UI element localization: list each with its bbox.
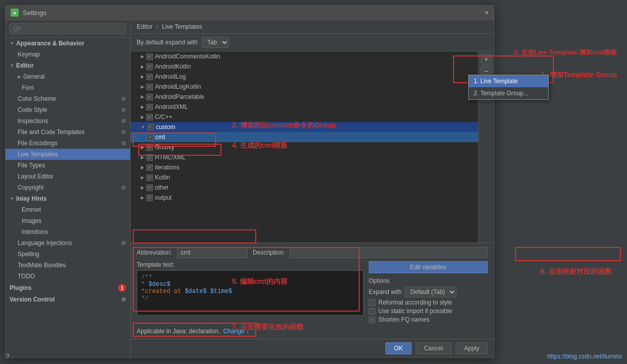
option-shorten-row: Shorten FQ names — [369, 316, 488, 323]
expand-with-label: Expand with — [369, 288, 402, 295]
add-button[interactable]: + — [481, 53, 492, 65]
tree-item[interactable]: ▶ AndroidXML — [131, 102, 478, 112]
collapse-icon: ▶ — [141, 195, 144, 200]
tree-item[interactable]: ▶ iterations — [131, 162, 478, 172]
checkbox[interactable] — [147, 134, 153, 141]
sidebar-item-inlay-hints[interactable]: ▼ Inlay Hints — [6, 193, 130, 204]
applicable-text: Applicable in Java: declaration. — [137, 328, 220, 335]
cancel-button[interactable]: Cancel — [416, 342, 451, 354]
checkbox[interactable] — [146, 74, 153, 80]
settings-dialog: ▲ Settings × ▼ Appearance & Behavior Key… — [5, 5, 494, 358]
sidebar-item-code-style[interactable]: Code Style ⚙ — [6, 104, 130, 115]
close-button[interactable]: × — [485, 9, 489, 17]
tree-item[interactable]: ▶ AndroidParcelable — [131, 92, 478, 102]
sidebar-item-copyright[interactable]: Copyright ⚙ — [6, 182, 130, 193]
tree-item-custom[interactable]: ▼ custom — [131, 122, 478, 132]
sidebar-item-file-encodings[interactable]: File Encodings ⚙ — [6, 138, 130, 149]
expand-icon: ▼ — [10, 196, 14, 201]
expand-with-row: Expand with Default (Tab) — [369, 286, 488, 297]
breadcrumb: Editor › Live Templates — [131, 20, 494, 34]
sidebar-item-intentions[interactable]: Intentions — [6, 226, 130, 237]
sidebar-item-appearance[interactable]: ▼ Appearance & Behavior — [6, 38, 130, 49]
tree-item[interactable]: ▶ AndroidCommentsKotlin — [131, 51, 478, 62]
checkbox[interactable] — [146, 195, 153, 201]
sidebar-item-label: Appearance & Behavior — [16, 40, 84, 47]
static-import-checkbox[interactable] — [369, 308, 375, 315]
sidebar-item-plugins[interactable]: Plugins 1 — [6, 282, 130, 294]
edit-variables-button[interactable]: Edit variables — [369, 261, 488, 273]
sidebar-item-live-templates[interactable]: Live Templates — [6, 149, 130, 160]
sidebar-item-images[interactable]: Images — [6, 215, 130, 226]
tree-item-label: other — [155, 184, 168, 191]
tree-item[interactable]: ▶ Kotlin — [131, 172, 478, 183]
sidebar-item-keymap[interactable]: Keymap — [6, 49, 130, 60]
template-text-box[interactable]: /** * $desc$ *created at $date$ $time$ *… — [137, 270, 364, 316]
tree-item-label: custom — [156, 124, 176, 131]
sidebar-item-spelling[interactable]: Spelling — [6, 249, 130, 260]
help-icon[interactable]: ? — [6, 353, 10, 360]
checkbox[interactable] — [146, 94, 153, 100]
description-input[interactable] — [290, 247, 488, 258]
abbreviation-input[interactable] — [177, 247, 248, 258]
checkbox[interactable] — [146, 164, 153, 171]
expand-icon: ▼ — [10, 63, 14, 68]
search-input[interactable] — [10, 23, 126, 34]
collapse-icon: ▶ — [141, 155, 144, 160]
reformat-checkbox[interactable] — [369, 299, 375, 306]
checkbox[interactable] — [146, 174, 153, 181]
sidebar-item-file-code-templates[interactable]: File and Code Templates ⚙ — [6, 127, 130, 138]
sidebar-item-inspections[interactable]: Inspections ⚙ — [6, 115, 130, 127]
checkbox[interactable] — [146, 185, 153, 191]
tree-item[interactable]: ▶ Groovy — [131, 142, 478, 152]
sidebar-item-todo[interactable]: TODO — [6, 271, 130, 282]
annotation-1-text: 3. 点击Live Template 增加cmt模板 — [514, 48, 617, 57]
checkbox[interactable] — [146, 84, 153, 90]
sidebar-item-textmate[interactable]: TextMate Bundles — [6, 260, 130, 271]
floating-menu-item-template-group[interactable]: 2. Template Group... — [469, 87, 548, 99]
tree-item[interactable]: ▶ C/C++ — [131, 112, 478, 122]
floating-menu-item-live-template[interactable]: 1. Live Template — [469, 75, 548, 87]
expand-with-select[interactable]: Default (Tab) — [405, 286, 457, 297]
annotation-6-text: 6. 点击映射对应的函数 — [540, 267, 612, 276]
collapse-icon: ▶ — [141, 84, 144, 89]
watermark: https://blog.csdn.net/liuminx — [547, 353, 622, 360]
tree-item[interactable]: ▶ AndroidLog — [131, 72, 478, 82]
checkbox[interactable] — [146, 104, 153, 110]
sidebar-item-color-scheme[interactable]: Color Scheme ⚙ — [6, 93, 130, 104]
sidebar-item-layout-editor[interactable]: Layout Editor — [6, 171, 130, 182]
tree-item-cmt[interactable]: cmt — [131, 132, 478, 142]
checkbox[interactable] — [146, 53, 153, 60]
sidebar-item-general[interactable]: ▶ General — [6, 71, 130, 82]
sidebar-item-label: Version Control — [10, 296, 54, 303]
sidebar-item-label: TextMate Bundles — [18, 262, 66, 269]
expand-select[interactable]: Tab — [202, 37, 229, 48]
sidebar-item-file-types[interactable]: File Types — [6, 160, 130, 171]
tree-item[interactable]: ▶ AndroidLogKotlin — [131, 82, 478, 92]
apply-button[interactable]: Apply — [455, 342, 488, 354]
sidebar-item-language-injections[interactable]: Language Injections ⚙ — [6, 237, 130, 249]
tree-item[interactable]: ▶ other — [131, 183, 478, 193]
checkbox[interactable] — [146, 154, 153, 161]
sidebar-item-version-control[interactable]: Version Control ⚙ — [6, 294, 130, 305]
app-icon: ▲ — [11, 9, 19, 17]
dialog-title: Settings — [23, 9, 46, 17]
checkbox[interactable] — [146, 64, 153, 70]
settings-icon: ⚙ — [121, 118, 126, 125]
sidebar-item-editor[interactable]: ▼ Editor — [6, 60, 130, 71]
tree-item[interactable]: ▶ output — [131, 193, 478, 203]
tree-item-label: AndroidLogKotlin — [155, 83, 201, 90]
ok-button[interactable]: OK — [385, 342, 411, 354]
shorten-checkbox[interactable] — [369, 317, 375, 323]
checkbox[interactable] — [147, 124, 154, 131]
sidebar-item-label: Inlay Hints — [16, 195, 47, 202]
tree-item[interactable]: ▶ AndroidKotlin — [131, 62, 478, 72]
sidebar-item-font[interactable]: Font — [6, 82, 130, 93]
checkbox[interactable] — [146, 114, 153, 120]
applicable-row: Applicable in Java: declaration. Change … — [137, 328, 488, 335]
reformat-label: Reformat according to style — [378, 299, 452, 306]
tree-item[interactable]: ▶ HTML/XML — [131, 152, 478, 162]
collapse-icon: ▶ — [141, 165, 144, 170]
sidebar-item-emmet[interactable]: Emmet — [6, 204, 130, 215]
checkbox[interactable] — [146, 144, 153, 151]
change-link[interactable]: Change ↓ — [223, 328, 249, 335]
